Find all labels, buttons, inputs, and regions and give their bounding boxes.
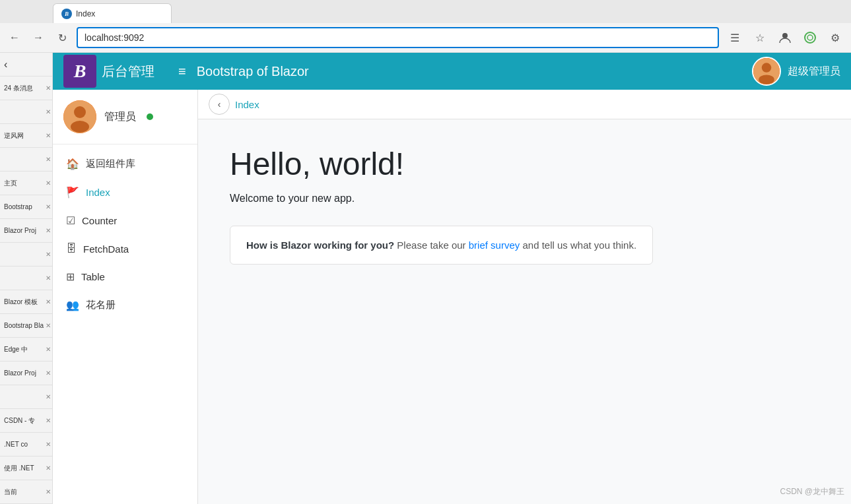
tab-close-icon[interactable]: ✕ [46,346,51,353]
tab-close-icon[interactable]: ✕ [46,108,51,115]
breadcrumb-back-button[interactable]: ‹ [209,94,230,115]
list-item[interactable]: 使用 .NET ✕ [0,457,52,480]
svg-point-1 [805,32,815,43]
list-item[interactable]: Blazor Proj ✕ [0,362,52,385]
sidebar-nav: 🏠 返回组件库 🚩 Index ☑ Counter 🗄 FetchData ⊞ [53,144,197,504]
tab-close-icon[interactable]: ✕ [46,322,51,329]
list-item[interactable]: ✕ [0,267,52,290]
breadcrumb-bar: ‹ Index [198,90,851,119]
toolbar-icons: ☰ ☆ ⚙ [724,27,846,48]
survey-link[interactable]: brief survey [469,239,520,251]
users-icon: 👥 [66,299,79,311]
refresh-button[interactable]: ↻ [53,28,71,47]
tab-close-icon[interactable]: ✕ [46,251,51,258]
user-name-label: 超级管理员 [788,65,840,79]
tab-close-icon[interactable]: ✕ [46,227,51,234]
main-content: ‹ Index Hello, world! Welcome to your ne… [198,90,851,504]
address-bar[interactable]: localhost:9092 [77,27,719,48]
sidebar-item-back[interactable]: 🏠 返回组件库 [53,150,197,178]
tab-close-icon[interactable]: ✕ [46,393,51,400]
sidebar-avatar [63,100,96,133]
database-icon: 🗄 [66,243,77,255]
sidebar-roster-label: 花名册 [86,299,116,311]
checkbox-icon: ☑ [66,214,75,227]
page-title: Hello, world! [230,146,819,182]
list-item[interactable]: Blazor Proj ✕ [0,219,52,243]
tab-close-icon[interactable]: ✕ [46,488,51,495]
survey-bold-text: How is Blazor working for you? [246,239,394,251]
tab-close-icon[interactable]: ✕ [46,132,51,139]
tab-close-icon[interactable]: ✕ [46,464,51,472]
sidebar-back-label: 返回组件库 [86,158,135,170]
csdn-watermark: CSDN @龙中舞王 [780,486,844,497]
svg-point-5 [759,75,774,84]
list-item-edge[interactable]: Edge 中 ✕ [0,338,52,362]
tab-close-icon[interactable]: ✕ [46,417,51,424]
sidebar: 管理员 🏠 返回组件库 🚩 Index ☑ Counter 🗄 [53,90,198,504]
brand-chinese: 后台管理 [102,63,154,80]
tab-close-icon[interactable]: ✕ [46,274,51,282]
navbar-toggle-button[interactable]: ≡ [178,64,186,79]
app-body: 管理员 🏠 返回组件库 🚩 Index ☑ Counter 🗄 [53,90,851,504]
flag-icon: 🚩 [66,186,79,199]
table-icon: ⊞ [66,270,75,283]
breadcrumb-index-link[interactable]: Index [235,99,259,110]
browser-toolbar: ← → ↻ localhost:9092 ☰ ☆ ⚙ [0,23,851,53]
list-item[interactable]: Bootstrap Bla ✕ [0,314,52,338]
reader-view-button[interactable]: ☰ [724,27,745,48]
navbar-logo-area: B 后台管理 [63,55,168,88]
sidebar-item-roster[interactable]: 👥 花名册 [53,291,197,319]
navbar-user: 超级管理员 [752,57,840,86]
app-navbar: B 后台管理 ≡ Bootstrap of Blazor 超级管理员 [53,53,851,90]
survey-post-text: and tell us what you think. [520,239,636,251]
sidebar-username: 管理员 [104,110,136,124]
app-wrapper: B 后台管理 ≡ Bootstrap of Blazor 超级管理员 [53,53,851,504]
online-status-dot [147,113,153,120]
user-account-button[interactable] [774,27,796,48]
collections-button[interactable] [800,27,821,48]
tab-list-collapse[interactable]: ‹ [0,53,52,77]
list-item[interactable]: ✕ [0,243,52,267]
content-area: Hello, world! Welcome to your new app. H… [198,119,851,291]
svg-point-4 [762,63,772,73]
svg-point-2 [807,35,813,40]
settings-button[interactable]: ⚙ [825,27,846,48]
tab-close-icon[interactable]: ✕ [46,84,51,92]
tab-favicon: B [61,9,72,19]
tab-close-icon[interactable]: ✕ [46,156,51,163]
tab-close-icon[interactable]: ✕ [46,203,51,210]
sidebar-item-counter[interactable]: ☑ Counter [53,206,197,235]
tab-close-icon[interactable]: ✕ [46,298,51,305]
tab-list-panel: ‹ 24 条消息 ✕ ✕ 逆风网 ✕ ✕ 主页 ✕ Bootstrap ✕ Bl… [0,53,53,504]
list-item[interactable]: ✕ [0,385,52,409]
survey-box: How is Blazor working for you? Please ta… [230,226,653,265]
sidebar-user-profile: 管理员 [53,90,197,144]
sidebar-item-index[interactable]: 🚩 Index [53,178,197,206]
tab-close-icon[interactable]: ✕ [46,369,51,377]
sidebar-item-fetchdata[interactable]: 🗄 FetchData [53,235,197,263]
svg-point-7 [74,106,86,118]
list-item[interactable]: .NET co ✕ [0,433,52,457]
home-icon: 🏠 [66,158,79,170]
list-item[interactable]: 逆风网 ✕ [0,124,52,148]
active-tab[interactable]: B Index [53,3,172,23]
tab-close-icon[interactable]: ✕ [46,179,51,187]
sidebar-fetchdata-label: FetchData [83,243,129,255]
favorites-button[interactable]: ☆ [749,27,770,48]
list-item[interactable]: 当前 ✕ [0,480,52,504]
list-item[interactable]: ✕ [0,148,52,172]
list-item[interactable]: CSDN - 专 ✕ [0,409,52,433]
survey-pre-text: Please take our [394,239,469,251]
tab-close-icon[interactable]: ✕ [46,441,51,448]
list-item[interactable]: Blazor 模板 ✕ [0,290,52,314]
list-item[interactable]: 主页 ✕ [0,172,52,195]
list-item[interactable]: ✕ [0,100,52,124]
forward-button[interactable]: → [29,28,48,47]
svg-point-0 [782,33,788,38]
tab-title: Index [76,9,95,18]
back-button[interactable]: ← [5,28,24,47]
sidebar-item-table[interactable]: ⊞ Table [53,263,197,291]
svg-point-8 [71,121,89,133]
list-item[interactable]: 24 条消息 ✕ [0,77,52,100]
list-item[interactable]: Bootstrap ✕ [0,195,52,219]
